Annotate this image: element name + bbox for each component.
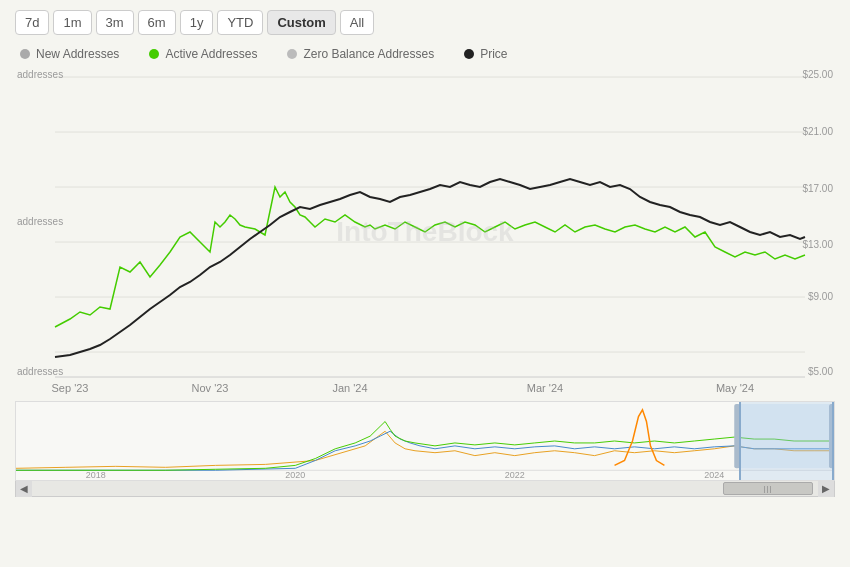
main-chart-area: addresses addresses addresses $25.00 $21…: [15, 67, 835, 397]
btn-3m[interactable]: 3m: [96, 10, 134, 35]
svg-text:2018: 2018: [86, 470, 106, 480]
legend-dot-active: [149, 49, 159, 59]
btn-custom[interactable]: Custom: [267, 10, 335, 35]
scroll-right-arrow[interactable]: ▶: [818, 481, 834, 497]
btn-1y[interactable]: 1y: [180, 10, 214, 35]
legend-label-new: New Addresses: [36, 47, 119, 61]
mini-chart-container: 2018 2020 2022 2024: [15, 401, 835, 481]
btn-6m[interactable]: 6m: [138, 10, 176, 35]
y-label-21: $21.00: [802, 126, 833, 137]
legend-dot-price: [464, 49, 474, 59]
scroll-thumb[interactable]: |||: [723, 482, 813, 495]
scroll-left-arrow[interactable]: ◀: [16, 481, 32, 497]
time-button-group: 7d 1m 3m 6m 1y YTD Custom All: [15, 10, 835, 35]
legend-dot-new: [20, 49, 30, 59]
y-label-25: $25.00: [802, 69, 833, 80]
y-label-13: $13.00: [802, 239, 833, 250]
legend-label-price: Price: [480, 47, 507, 61]
scroll-track[interactable]: |||: [32, 481, 818, 496]
main-chart-svg: Sep '23 Nov '23 Jan '24 Mar '24 May '24: [15, 67, 835, 397]
legend-zero-balance: Zero Balance Addresses: [287, 47, 434, 61]
svg-text:Nov '23: Nov '23: [192, 382, 229, 394]
y-label-addresses-bot: addresses: [17, 366, 63, 377]
mini-chart-selection[interactable]: [739, 402, 834, 480]
svg-text:Sep '23: Sep '23: [52, 382, 89, 394]
mini-chart-svg: 2018 2020 2022 2024: [16, 402, 834, 480]
y-label-9: $9.00: [808, 291, 833, 302]
y-label-addresses-mid: addresses: [17, 216, 63, 227]
y-label-addresses-top: addresses: [17, 69, 63, 80]
svg-rect-12: [16, 402, 834, 480]
svg-text:Jan '24: Jan '24: [332, 382, 367, 394]
legend-dot-zero: [287, 49, 297, 59]
legend-label-zero: Zero Balance Addresses: [303, 47, 434, 61]
chart-legend: New Addresses Active Addresses Zero Bala…: [15, 47, 835, 61]
scrollbar[interactable]: ◀ ||| ▶: [15, 481, 835, 497]
svg-text:2024: 2024: [704, 470, 724, 480]
btn-ytd[interactable]: YTD: [217, 10, 263, 35]
svg-text:2022: 2022: [505, 470, 525, 480]
svg-text:Mar '24: Mar '24: [527, 382, 563, 394]
btn-1m[interactable]: 1m: [53, 10, 91, 35]
btn-7d[interactable]: 7d: [15, 10, 49, 35]
legend-new-addresses: New Addresses: [20, 47, 119, 61]
legend-active-addresses: Active Addresses: [149, 47, 257, 61]
y-label-5: $5.00: [808, 366, 833, 377]
scroll-grip: |||: [763, 484, 772, 493]
svg-text:May '24: May '24: [716, 382, 754, 394]
y-label-17: $17.00: [802, 183, 833, 194]
btn-all[interactable]: All: [340, 10, 374, 35]
legend-label-active: Active Addresses: [165, 47, 257, 61]
svg-text:2020: 2020: [285, 470, 305, 480]
main-container: 7d 1m 3m 6m 1y YTD Custom All New Addres…: [0, 0, 850, 567]
legend-price: Price: [464, 47, 507, 61]
